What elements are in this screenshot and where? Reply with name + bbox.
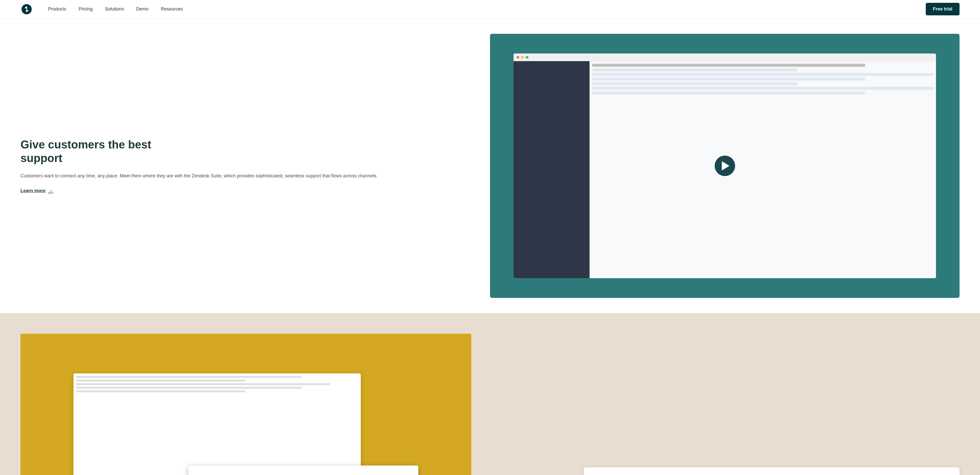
screen-line xyxy=(76,390,245,392)
screen-line xyxy=(76,376,302,378)
customize-video-thumbnail[interactable]: 🛵 xyxy=(21,334,471,475)
nav-item-resources[interactable]: Resources xyxy=(161,6,183,12)
dot-yellow xyxy=(521,56,524,59)
free-trial-button[interactable]: Free trial xyxy=(926,3,959,15)
ui-row xyxy=(592,91,865,94)
support-learn-more-button[interactable]: Learn more → xyxy=(21,188,53,194)
ui-row xyxy=(592,87,934,90)
stacked-screens: 🛵 xyxy=(54,359,437,475)
navbar: Products Pricing Solutions Demo Resource… xyxy=(0,0,980,18)
ui-mockup-header xyxy=(514,54,936,61)
screen-line xyxy=(76,387,302,389)
support-body-text: Customers want to connect any time, any … xyxy=(21,172,443,180)
zendesk-logo-icon[interactable] xyxy=(21,3,33,15)
navbar-left: Products Pricing Solutions Demo Resource… xyxy=(21,3,183,15)
ui-row xyxy=(592,73,934,76)
ui-row xyxy=(592,64,865,67)
support-learn-more-label: Learn more xyxy=(21,188,46,193)
arrow-right-icon: → xyxy=(48,188,53,194)
dot-red xyxy=(517,56,519,59)
ui-row xyxy=(592,82,797,85)
dot-green xyxy=(526,56,528,59)
screen-line xyxy=(76,383,330,385)
screen-back-content xyxy=(73,373,361,395)
screen-line xyxy=(76,379,245,382)
screen-back xyxy=(73,373,361,475)
video-play-button[interactable] xyxy=(715,156,735,176)
nav-item-demo[interactable]: Demo xyxy=(136,6,148,12)
main-nav: Products Pricing Solutions Demo Resource… xyxy=(48,6,183,12)
ui-row xyxy=(592,69,797,72)
nav-item-products[interactable]: Products xyxy=(48,6,66,12)
customize-media: 🛵 xyxy=(21,334,471,475)
play-triangle-icon xyxy=(722,161,730,171)
support-video-inner xyxy=(514,54,936,278)
support-section: Give customers the best support Customer… xyxy=(0,18,980,313)
ui-row xyxy=(592,78,865,81)
support-video-thumbnail[interactable] xyxy=(490,34,959,298)
customize-card: Customize your customer experience Sunsh… xyxy=(584,467,959,475)
support-media xyxy=(490,34,959,298)
nav-item-pricing[interactable]: Pricing xyxy=(78,6,92,12)
customize-content: Customize your customer experience Sunsh… xyxy=(584,467,959,475)
support-heading: Give customers the best support xyxy=(21,138,443,165)
ui-content-area xyxy=(590,61,936,278)
nav-item-solutions[interactable]: Solutions xyxy=(105,6,124,12)
navbar-right: Free trial xyxy=(926,3,959,15)
customize-section: 🛵 Customize your customer experience Sun… xyxy=(0,313,980,475)
support-content: Give customers the best support Customer… xyxy=(21,138,443,193)
ui-sidebar xyxy=(514,61,590,278)
screen-front: 🛵 xyxy=(188,465,418,475)
